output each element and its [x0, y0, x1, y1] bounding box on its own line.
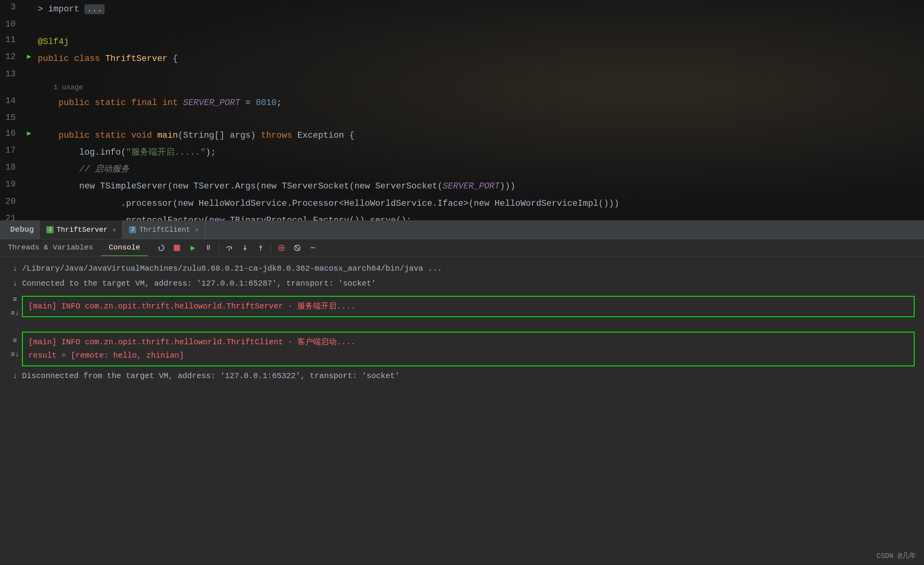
run-gutter — [24, 94, 35, 96]
line-number: 19 — [0, 178, 24, 189]
line-icon-area-3: ≡ ≡↓ — [8, 294, 22, 319]
tab-thrift-server[interactable]: J ThriftServer ✕ — [40, 220, 123, 239]
code-line-17: 17 log.info("服务端开启....."); — [0, 143, 924, 160]
step-into-btn[interactable] — [238, 241, 252, 255]
tab-thrift-client[interactable]: J ThriftClient ✕ — [123, 220, 205, 239]
mute-btn[interactable] — [290, 241, 304, 255]
line-icon-area-2: ↓ — [8, 277, 22, 290]
highlighted-text-client-1: [main] INFO com.zn.opit.thrift.helloworl… — [28, 336, 908, 349]
code-text — [35, 111, 38, 113]
code-line-21: 21 .protocolFactory(new TBinaryProtocol.… — [0, 211, 924, 220]
tab-threads-variables[interactable]: Threads & Variables — [0, 239, 101, 256]
line-number: 14 — [0, 94, 24, 106]
code-editor: 3 > import ... 10 11 @Slf4j 12 ▶ public … — [0, 0, 924, 220]
run-gutter — [24, 195, 35, 197]
toolbar-separator — [219, 243, 219, 253]
line-number: 16 — [0, 127, 24, 138]
svg-marker-6 — [259, 245, 262, 247]
highlighted-text-client-2: result = [remote: hello, zhinian] — [28, 349, 908, 362]
code-line-14: 14 public static final int SERVER_PORT =… — [0, 94, 924, 111]
code-text: // 启动服务 — [35, 161, 129, 176]
code-text: @Slf4j — [35, 33, 69, 49]
line-number: 18 — [0, 161, 24, 172]
console-text-6: Disconnected from the target VM, address… — [22, 369, 399, 383]
sort-down-icon-2: ≡↓ — [11, 349, 19, 361]
sort-down-icon: ≡↓ — [11, 307, 19, 319]
code-text: .processor(new HelloWorldService.Process… — [35, 195, 619, 210]
run-gutter — [24, 33, 35, 35]
debug-label[interactable]: Debug — [4, 225, 40, 234]
arrow-down-icon-6: ↓ — [13, 369, 17, 383]
svg-marker-1 — [231, 246, 232, 249]
arrow-down-icon-2: ↓ — [13, 277, 17, 290]
usage-hint-line: 1 usage — [0, 83, 924, 94]
code-text — [35, 18, 38, 19]
code-text: new TSimpleServer(new TServer.Args(new T… — [35, 178, 515, 193]
console-output: ↓ /Library/Java/JavaVirtualMachines/zulu… — [0, 257, 924, 565]
run-gutter — [24, 161, 35, 162]
pause-btn[interactable]: ⏸ — [201, 241, 215, 255]
code-block-14: 1 usage 14 public static final int SERVE… — [0, 83, 924, 111]
resume-btn[interactable]: ▶ — [186, 241, 200, 255]
tab-server-label: ThriftServer — [57, 226, 108, 234]
step-out-btn[interactable] — [254, 241, 268, 255]
svg-marker-4 — [243, 248, 247, 251]
console-text-2: Connected to the target VM, address: '12… — [22, 277, 376, 290]
tab-client-close[interactable]: ✕ — [195, 226, 199, 234]
code-line-3: 3 > import ... — [0, 0, 924, 17]
console-line-2: ↓ Connected to the target VM, address: '… — [8, 276, 916, 291]
server-icon: J — [46, 226, 53, 233]
code-line-11: 11 @Slf4j — [0, 33, 924, 50]
highlighted-text-server: [main] INFO com.zn.opit.thrift.helloworl… — [28, 302, 355, 311]
line-number: 13 — [0, 68, 24, 79]
code-line-20: 20 .processor(new HelloWorldService.Proc… — [0, 194, 924, 211]
tab-server-close[interactable]: ✕ — [112, 226, 116, 234]
console-line-6: ↓ Disconnected from the target VM, addre… — [8, 369, 916, 384]
run-gutter — [24, 212, 35, 214]
code-line-12: 12 ▶ public class ThriftServer { — [0, 50, 924, 66]
highlighted-box-client: [main] INFO com.zn.opit.thrift.helloworl… — [22, 332, 915, 366]
stop-btn[interactable] — [170, 241, 184, 255]
run-gutter — [24, 178, 35, 179]
more-btn[interactable]: ⋯ — [306, 241, 320, 255]
svg-line-10 — [295, 246, 300, 250]
arrow-down-icon: ↓ — [13, 262, 17, 275]
threads-variables-label: Threads & Variables — [8, 243, 93, 252]
line-number: 20 — [0, 195, 24, 207]
toolbar-separator-2 — [271, 243, 271, 253]
run-btn-16[interactable]: ▶ — [24, 127, 35, 137]
client-icon: J — [129, 226, 136, 233]
debug-toolbar: ▶ ⏸ — [154, 241, 320, 255]
svg-marker-0 — [158, 246, 160, 249]
debug-sub-tab-bar: Threads & Variables Console ▶ ⏸ — [0, 239, 924, 257]
console-text-1: /Library/Java/JavaVirtualMachines/zulu8.… — [22, 262, 442, 275]
debug-panel: Debug J ThriftServer ✕ J ThriftClient ✕ … — [0, 220, 924, 565]
code-line-13: 13 — [0, 67, 924, 83]
run-gutter — [24, 1, 35, 2]
line-icon-area-5: ≡ ≡↓ — [8, 332, 22, 360]
tab-console[interactable]: Console — [101, 239, 148, 256]
restart-btn[interactable] — [154, 241, 168, 255]
line-icon-area-6: ↓ — [8, 369, 22, 383]
step-over-btn[interactable] — [222, 241, 236, 255]
watermark: CSDN @几年 — [876, 551, 916, 560]
code-text — [35, 68, 38, 69]
console-line-3-highlighted: ≡ ≡↓ [main] INFO com.zn.opit.thrift.hell… — [8, 294, 916, 319]
sort-icon-2: ≡ — [13, 335, 17, 347]
code-text: public static final int SERVER_PORT = 80… — [35, 94, 282, 110]
breakpoint-btn[interactable] — [274, 241, 289, 255]
run-gutter — [24, 68, 35, 69]
run-gutter — [24, 144, 35, 146]
console-label: Console — [109, 243, 140, 252]
code-line-18: 18 // 启动服务 — [0, 160, 924, 177]
line-icon-area: ↓ — [8, 262, 22, 275]
line-number: 11 — [0, 33, 24, 45]
run-btn-12[interactable]: ▶ — [24, 50, 35, 61]
code-line-19: 19 new TSimpleServer(new TServer.Args(ne… — [0, 177, 924, 194]
code-text: public static void main(String[] args) t… — [35, 127, 354, 142]
code-line-15: 15 — [0, 111, 924, 126]
code-line-10: 10 — [0, 17, 924, 33]
console-line-5-highlighted: ≡ ≡↓ [main] INFO com.zn.opit.thrift.hell… — [8, 332, 916, 366]
debug-tab-bar: Debug J ThriftServer ✕ J ThriftClient ✕ — [0, 220, 924, 239]
code-content: 3 > import ... 10 11 @Slf4j 12 ▶ public … — [0, 0, 924, 220]
